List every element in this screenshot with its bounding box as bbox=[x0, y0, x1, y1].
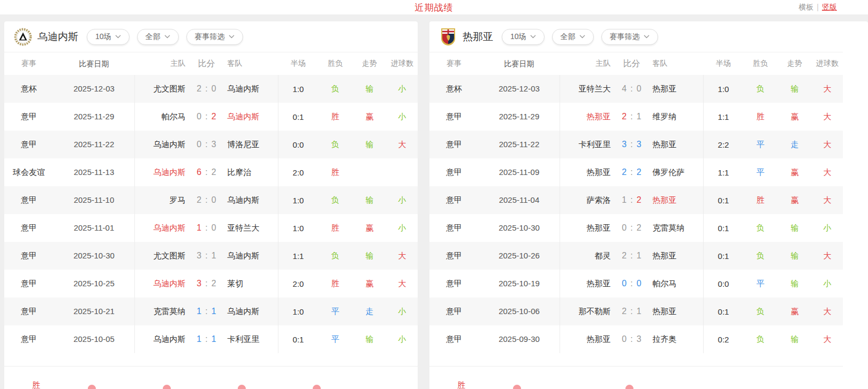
chevron-down-icon bbox=[579, 35, 585, 39]
trend-cell: 输 bbox=[778, 223, 812, 233]
date-cell: 2025-11-10 bbox=[54, 186, 135, 214]
league-filter-dropdown[interactable]: 赛事筛选 bbox=[601, 29, 658, 45]
home-score: 3 bbox=[197, 251, 201, 261]
home-score: 1 bbox=[197, 334, 201, 344]
league-cell: 意甲 bbox=[429, 307, 479, 317]
trend-cell: 输 bbox=[352, 334, 387, 345]
match-row[interactable]: 意杯 2025-12-03 尤文图斯 2:0 乌迪内斯 1:0 负 输 小 bbox=[4, 75, 418, 103]
goals-cell: 小 bbox=[812, 279, 843, 289]
goals-cell: 大 bbox=[812, 195, 843, 205]
match-row[interactable]: 意甲 2025-11-22 卡利亚里 3:3 热那亚 2:2 平 走 大 bbox=[429, 131, 843, 158]
match-cell: 热那亚 0:2 克雷莫纳 bbox=[560, 214, 704, 242]
home-team: 都灵 bbox=[560, 251, 616, 261]
halftime-cell: 1:0 bbox=[278, 224, 318, 233]
match-row[interactable]: 意甲 2025-11-10 罗马 2:0 乌迪内斯 1:0 负 输 小 bbox=[4, 186, 418, 214]
match-row[interactable]: 意甲 2025-11-22 乌迪内斯 0:3 博洛尼亚 0:0 负 输 大 bbox=[4, 131, 418, 158]
match-row[interactable]: 意甲 2025-10-30 热那亚 0:2 克雷莫纳 0:1 负 输 小 bbox=[429, 214, 843, 242]
team-name: 乌迪内斯 bbox=[37, 30, 78, 44]
score: 0:3 bbox=[616, 334, 647, 344]
match-cell: 乌迪内斯 1:0 亚特兰大 bbox=[135, 214, 278, 242]
trend-cell: 输 bbox=[778, 334, 812, 345]
home-score: 4 bbox=[622, 84, 627, 94]
view-vertical-link[interactable]: 竖版 bbox=[822, 3, 837, 11]
home-score: 2 bbox=[622, 167, 627, 177]
match-cell: 帕尔马 0:2 乌迪内斯 bbox=[135, 103, 278, 131]
win-dot bbox=[625, 385, 633, 389]
win-trend-chart: 胜 bbox=[429, 367, 843, 389]
halftime-cell: 2:2 bbox=[704, 140, 743, 149]
home-team: 乌迪内斯 bbox=[135, 223, 191, 233]
match-row[interactable]: 意甲 2025-10-19 热那亚 0:0 帕尔马 0:0 平 输 小 bbox=[429, 270, 843, 298]
match-row[interactable]: 意甲 2025-10-21 克雷莫纳 1:1 乌迪内斯 1:0 平 走 小 bbox=[4, 298, 418, 325]
result-cell: 平 bbox=[743, 279, 778, 289]
match-row[interactable]: 意甲 2025-10-25 乌迪内斯 3:2 莱切 2:0 胜 赢 大 bbox=[4, 270, 418, 298]
match-row[interactable]: 意甲 2025-10-30 尤文图斯 3:1 乌迪内斯 1:1 负 输 大 bbox=[4, 242, 418, 270]
match-row[interactable]: 球会友谊 2025-11-13 乌迪内斯 6:2 比摩治 2:0 胜 bbox=[4, 158, 418, 186]
away-team: 热那亚 bbox=[647, 251, 704, 261]
halftime-cell: 0:1 bbox=[704, 251, 743, 261]
result-cell: 负 bbox=[743, 307, 778, 317]
header-trend: 走势 bbox=[778, 59, 812, 68]
home-team: 乌迪内斯 bbox=[135, 140, 191, 150]
header-halftime: 半场 bbox=[704, 59, 743, 68]
match-row[interactable]: 意甲 2025-10-06 那不勒斯 2:1 热那亚 0:1 负 赢 大 bbox=[429, 298, 843, 325]
league-cell: 意甲 bbox=[429, 195, 479, 205]
match-row[interactable]: 意甲 2025-11-01 乌迪内斯 1:0 亚特兰大 1:0 胜 赢 小 bbox=[4, 214, 418, 242]
halftime-cell: 0:1 bbox=[704, 224, 743, 233]
score-separator: : bbox=[630, 140, 632, 149]
score: 0:2 bbox=[191, 112, 222, 121]
match-count-dropdown[interactable]: 10场 bbox=[87, 29, 130, 45]
chevron-down-icon bbox=[530, 35, 536, 39]
halftime-cell: 1:0 bbox=[278, 196, 318, 205]
goals-cell: 小 bbox=[387, 223, 418, 233]
home-team: 乌迪内斯 bbox=[135, 334, 191, 345]
venue-filter-dropdown[interactable]: 全部 bbox=[552, 29, 594, 45]
away-score: 1 bbox=[212, 251, 216, 261]
goals-cell: 大 bbox=[387, 279, 418, 289]
away-score: 1 bbox=[212, 334, 216, 344]
league-cell: 意甲 bbox=[4, 195, 54, 205]
halftime-cell: 2:0 bbox=[278, 279, 318, 288]
match-cell: 乌迪内斯 1:1 卡利亚里 bbox=[135, 325, 278, 353]
trend-cell: 输 bbox=[352, 195, 387, 205]
away-team: 拉齐奥 bbox=[647, 334, 704, 345]
result-cell: 胜 bbox=[743, 112, 778, 122]
trend-cell: 赢 bbox=[778, 112, 812, 122]
match-count-dropdown[interactable]: 10场 bbox=[502, 29, 545, 45]
away-team: 比摩治 bbox=[222, 167, 278, 178]
home-team: 卡利亚里 bbox=[560, 140, 616, 150]
match-row[interactable]: 意甲 2025-11-29 热那亚 2:1 维罗纳 1:1 胜 赢 大 bbox=[429, 103, 843, 131]
venue-filter-dropdown[interactable]: 全部 bbox=[137, 29, 179, 45]
header-result: 胜负 bbox=[743, 59, 778, 68]
header-away: 客队 bbox=[647, 59, 704, 68]
date-cell: 2025-10-19 bbox=[479, 270, 560, 298]
match-row[interactable]: 意甲 2025-11-09 热那亚 2:2 佛罗伦萨 1:1 平 赢 大 bbox=[429, 158, 843, 186]
match-row[interactable]: 意甲 2025-09-30 热那亚 0:3 拉齐奥 0:2 负 输 大 bbox=[429, 325, 843, 353]
league-filter-dropdown[interactable]: 赛事筛选 bbox=[186, 29, 243, 45]
trend-cell: 输 bbox=[778, 279, 812, 289]
home-score: 2 bbox=[622, 112, 627, 121]
goals-cell: 小 bbox=[387, 112, 418, 122]
match-row[interactable]: 意杯 2025-12-03 亚特兰大 4:0 热那亚 1:0 负 输 大 bbox=[429, 75, 843, 103]
goals-cell: 大 bbox=[812, 167, 843, 178]
match-row[interactable]: 意甲 2025-10-26 都灵 2:1 热那亚 0:1 负 输 大 bbox=[429, 242, 843, 270]
trend-cell: 输 bbox=[352, 84, 387, 94]
date-cell: 2025-11-09 bbox=[479, 158, 560, 186]
date-cell: 2025-11-29 bbox=[479, 103, 560, 131]
match-row[interactable]: 意甲 2025-10-05 乌迪内斯 1:1 卡利亚里 0:1 平 输 小 bbox=[4, 325, 418, 353]
match-row[interactable]: 意甲 2025-11-29 帕尔马 0:2 乌迪内斯 0:1 胜 赢 小 bbox=[4, 103, 418, 131]
score: 0:3 bbox=[191, 140, 222, 149]
away-team: 帕尔马 bbox=[647, 279, 704, 289]
score: 2:0 bbox=[191, 195, 222, 205]
goals-cell: 大 bbox=[812, 112, 843, 122]
view-horizontal-link[interactable]: 横板 bbox=[798, 3, 813, 11]
away-team: 卡利亚里 bbox=[222, 334, 278, 345]
date-cell: 2025-10-30 bbox=[479, 214, 560, 242]
date-cell: 2025-10-06 bbox=[479, 298, 560, 325]
match-row[interactable]: 意甲 2025-11-04 萨索洛 1:2 热那亚 0:1 胜 赢 大 bbox=[429, 186, 843, 214]
goals-cell: 小 bbox=[387, 307, 418, 317]
chevron-down-icon bbox=[164, 35, 170, 39]
home-team: 亚特兰大 bbox=[560, 84, 616, 94]
score: 0:2 bbox=[616, 223, 647, 233]
match-cell: 尤文图斯 3:1 乌迪内斯 bbox=[135, 242, 278, 270]
